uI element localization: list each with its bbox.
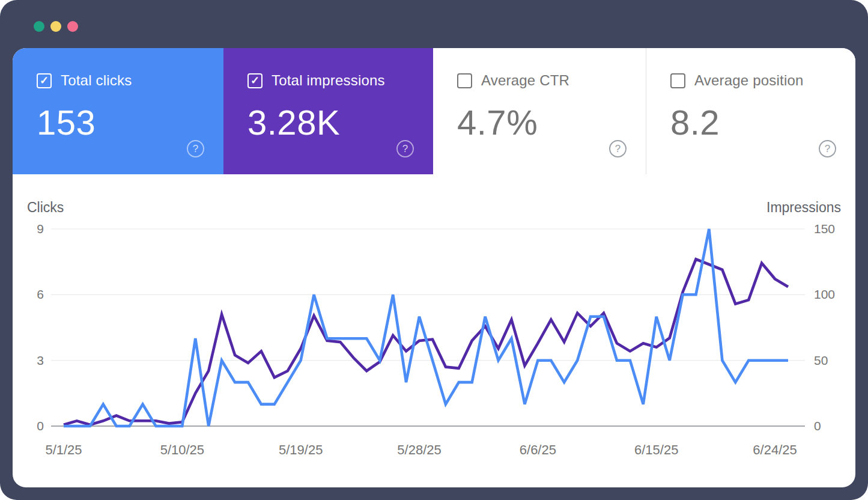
performance-panel: ✓ Total clicks 153 ? ✓ Total impressions… [13, 48, 855, 487]
left-axis-tick: 3 [22, 353, 44, 368]
right-axis-tick: 150 [814, 222, 850, 236]
help-icon[interactable]: ? [187, 140, 204, 157]
window-titlebar [0, 0, 868, 48]
help-icon[interactable]: ? [609, 140, 627, 157]
card-value: 3.28K [247, 102, 433, 142]
card-average-ctr[interactable]: ✓ Average CTR 4.7% ? [433, 48, 646, 174]
card-average-position[interactable]: ✓ Average position 8.2 ? [646, 48, 855, 174]
card-label: Total clicks [61, 72, 132, 89]
card-header: ✓ Total impressions [247, 72, 433, 89]
card-header: ✓ Average CTR [457, 72, 646, 89]
card-label: Average position [694, 72, 804, 89]
checkbox-average-position[interactable]: ✓ [670, 73, 685, 88]
card-label: Average CTR [481, 72, 569, 89]
x-axis-tick: 6/6/25 [502, 442, 574, 458]
clicks-line [64, 229, 788, 426]
left-axis-tick: 6 [22, 287, 44, 302]
x-axis-tick: 5/28/25 [383, 442, 455, 458]
left-axis-tick: 9 [22, 222, 44, 236]
app-window: ✓ Total clicks 153 ? ✓ Total impressions… [0, 0, 868, 500]
card-total-clicks[interactable]: ✓ Total clicks 153 ? [13, 48, 223, 174]
left-axis-tick: 0 [22, 419, 44, 433]
card-label: Total impressions [272, 72, 385, 89]
checkbox-total-clicks[interactable]: ✓ [37, 73, 52, 88]
x-axis-tick: 6/24/25 [739, 442, 811, 458]
card-value: 8.2 [670, 102, 855, 142]
left-axis-title: Clicks [27, 200, 64, 216]
checkbox-total-impressions[interactable]: ✓ [247, 73, 263, 88]
right-axis-tick: 100 [814, 287, 850, 302]
card-value: 4.7% [457, 102, 646, 142]
right-axis-title: Impressions [766, 200, 841, 216]
card-total-impressions[interactable]: ✓ Total impressions 3.28K ? [223, 48, 433, 174]
window-button-green[interactable] [34, 21, 44, 32]
line-chart[interactable] [51, 220, 805, 428]
x-axis-tick: 5/10/25 [146, 442, 218, 458]
checkbox-average-ctr[interactable]: ✓ [457, 73, 472, 88]
performance-chart: Clicks Impressions 96301501005005/1/255/… [13, 174, 855, 487]
metric-cards-row: ✓ Total clicks 153 ? ✓ Total impressions… [13, 48, 855, 174]
card-value: 153 [37, 102, 223, 142]
x-axis-tick: 5/19/25 [265, 442, 337, 458]
x-axis-tick: 6/15/25 [621, 442, 693, 458]
x-axis-tick: 5/1/25 [28, 442, 100, 458]
right-axis-tick: 0 [814, 419, 850, 433]
window-button-yellow[interactable] [50, 21, 61, 32]
card-header: ✓ Average position [670, 72, 855, 89]
window-button-pink[interactable] [67, 21, 78, 32]
help-icon[interactable]: ? [396, 140, 414, 157]
card-header: ✓ Total clicks [37, 72, 223, 89]
right-axis-tick: 50 [814, 353, 850, 368]
help-icon[interactable]: ? [819, 140, 836, 157]
